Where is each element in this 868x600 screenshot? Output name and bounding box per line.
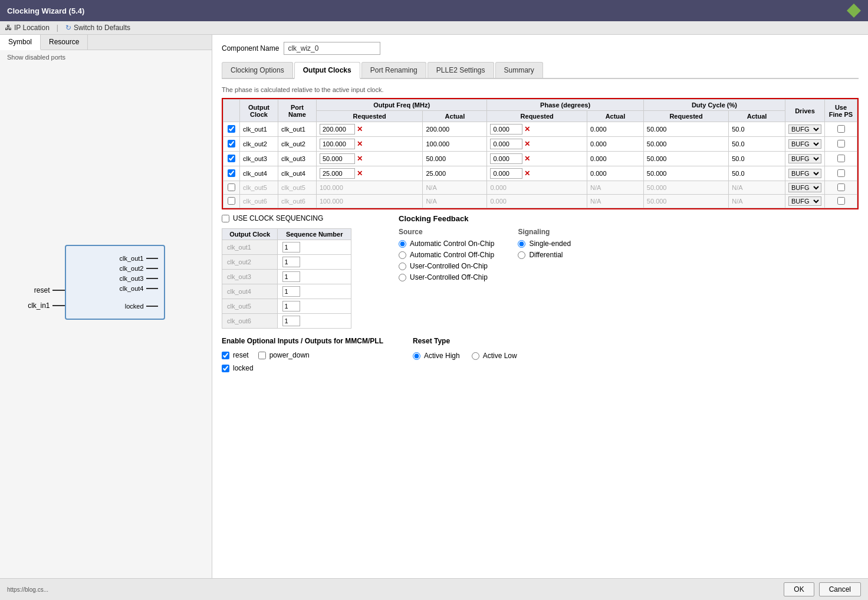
clk-port-cell-5: clk_out6	[278, 195, 317, 208]
radio-user-on-chip-input[interactable]	[399, 263, 406, 270]
phase-req-clear-0[interactable]: ✕	[524, 125, 530, 133]
tab-resource[interactable]: Resource	[41, 35, 88, 50]
clk-enable-checkbox-1[interactable]	[228, 140, 235, 147]
freq-req-clear-0[interactable]: ✕	[357, 125, 363, 133]
tab-plle2-settings[interactable]: PLLE2 Settings	[428, 62, 494, 78]
checkbox-reset-input[interactable]	[222, 352, 229, 359]
table-row	[223, 195, 240, 208]
toolbar-ip-location[interactable]: 🖧 IP Location	[5, 24, 50, 32]
seq-num-cell-3	[278, 284, 351, 299]
freq-req-clear-3[interactable]: ✕	[357, 169, 363, 178]
phase-req-input-0[interactable]	[490, 124, 522, 135]
tab-port-renaming[interactable]: Port Renaming	[361, 62, 426, 78]
port-reset-label: reset	[24, 286, 50, 294]
radio-active-low-label: Active Low	[483, 352, 517, 360]
source-label: Source	[399, 228, 494, 236]
phase-req-input-3[interactable]	[490, 168, 522, 179]
phase-req-clear-2[interactable]: ✕	[524, 155, 530, 163]
port-clkin1-left: clk_in1	[24, 301, 67, 310]
phase-req-input-2[interactable]	[490, 153, 522, 164]
seq-clock-3: clk_out4	[222, 284, 278, 299]
optional-reset-row: Enable Optional Inputs / Outputs for MMC…	[222, 337, 859, 375]
seq-num-input-4[interactable]	[282, 301, 300, 312]
seq-clock-0: clk_out1	[222, 240, 278, 255]
clk-phase-act-cell-0: 0.000	[587, 122, 644, 137]
left-tabs: Symbol Resource	[0, 35, 212, 50]
freq-req-input-2[interactable]	[320, 153, 355, 164]
clk-freq-req-cell-0: ✕	[317, 122, 423, 137]
component-name-label: Component Name	[222, 44, 279, 53]
clk-phase-act-cell-4: N/A	[587, 181, 644, 195]
drives-select-0[interactable]: BUFG BUFR BUFIO	[788, 124, 821, 134]
seq-num-input-3[interactable]	[282, 286, 300, 297]
seq-num-cell-2	[278, 270, 351, 284]
checkbox-reset-label: reset	[233, 351, 249, 359]
freq-req-input-0[interactable]	[320, 124, 355, 135]
seq-clock-1: clk_out2	[222, 255, 278, 270]
seq-num-cell-0	[278, 240, 351, 255]
radio-auto-off-chip: Automatic Control Off-Chip	[399, 251, 494, 259]
th-duty-req: Requested	[643, 111, 728, 122]
seq-num-input-2[interactable]	[282, 271, 300, 282]
checkbox-locked-input[interactable]	[222, 365, 229, 372]
radio-active-low-input[interactable]	[472, 352, 479, 360]
fine-ps-checkbox-5[interactable]	[837, 197, 845, 205]
drives-select-2[interactable]: BUFG BUFR BUFIO	[788, 154, 821, 163]
phase-req-clear-1[interactable]: ✕	[524, 140, 530, 148]
drives-select-5[interactable]: BUFG BUFR BUFIO	[788, 196, 821, 206]
toolbar-switch-defaults[interactable]: ↻ Switch to Defaults	[65, 24, 130, 32]
freq-req-clear-1[interactable]: ✕	[357, 140, 363, 148]
port-clkin1-label: clk_in1	[24, 301, 50, 310]
phase-req-input-1[interactable]	[490, 139, 522, 149]
freq-req-input-1[interactable]	[320, 139, 355, 149]
radio-user-off-chip-input[interactable]	[399, 274, 406, 281]
toolbar-separator: |	[57, 24, 58, 32]
cancel-button[interactable]: Cancel	[819, 582, 861, 596]
component-name-row: Component Name	[222, 42, 859, 55]
fine-ps-checkbox-0[interactable]	[837, 125, 845, 133]
fine-ps-checkbox-1[interactable]	[837, 140, 845, 147]
drives-select-3[interactable]: BUFG BUFR BUFIO	[788, 169, 821, 178]
use-clock-seq-checkbox[interactable]	[222, 215, 229, 222]
clk-phase-req-cell-1: ✕	[487, 137, 587, 152]
show-disabled-ports[interactable]: Show disabled ports	[0, 50, 212, 64]
radio-differential-input[interactable]	[518, 251, 525, 259]
drives-select-1[interactable]: BUFG BUFR BUFIO	[788, 139, 821, 149]
clk-freq-req-cell-3: ✕	[317, 166, 423, 181]
seq-num-input-0[interactable]	[282, 242, 300, 253]
seq-num-input-1[interactable]	[282, 257, 300, 267]
phase-req-clear-3[interactable]: ✕	[524, 169, 530, 178]
radio-auto-on-chip-input[interactable]	[399, 240, 406, 248]
checkbox-locked-label: locked	[233, 364, 254, 372]
tab-symbol[interactable]: Symbol	[0, 35, 41, 50]
ok-button[interactable]: OK	[784, 582, 814, 596]
fine-ps-checkbox-2[interactable]	[837, 155, 845, 162]
clk-phase-req-cell-2: ✕	[487, 152, 587, 166]
clk-enable-checkbox-3[interactable]	[228, 169, 235, 177]
radio-auto-off-chip-input[interactable]	[399, 251, 406, 259]
tab-summary[interactable]: Summary	[495, 62, 543, 78]
clk-enable-checkbox-2[interactable]	[228, 155, 235, 162]
th-duty-act: Actual	[729, 111, 785, 122]
clk-enable-checkbox-5[interactable]	[228, 197, 235, 205]
radio-active-low: Active Low	[472, 352, 517, 360]
tab-output-clocks[interactable]: Output Clocks	[294, 62, 360, 79]
radio-active-high-input[interactable]	[413, 352, 420, 360]
component-name-input[interactable]	[284, 42, 380, 55]
checkbox-power-down-input[interactable]	[258, 352, 266, 359]
freq-req-clear-2[interactable]: ✕	[357, 155, 363, 163]
tab-clocking-options[interactable]: Clocking Options	[222, 62, 293, 78]
fine-ps-checkbox-4[interactable]	[837, 183, 845, 191]
radio-differential-label: Differential	[529, 251, 563, 259]
drives-select-4[interactable]: BUFG BUFR BUFIO	[788, 183, 821, 192]
radio-auto-on-chip: Automatic Control On-Chip	[399, 240, 494, 248]
radio-user-on-chip: User-Controlled On-Chip	[399, 262, 494, 270]
seq-num-input-5[interactable]	[282, 316, 300, 326]
clk-enable-checkbox-0[interactable]	[228, 125, 235, 133]
clk-enable-checkbox-4[interactable]	[228, 183, 235, 191]
freq-req-input-3[interactable]	[320, 168, 355, 179]
fine-ps-checkbox-3[interactable]	[837, 169, 845, 177]
radio-single-ended-input[interactable]	[518, 240, 525, 248]
clocking-feedback-section: Clocking Feedback Source Automatic Contr…	[399, 214, 859, 329]
clk-fineps-cell-0	[825, 122, 857, 137]
